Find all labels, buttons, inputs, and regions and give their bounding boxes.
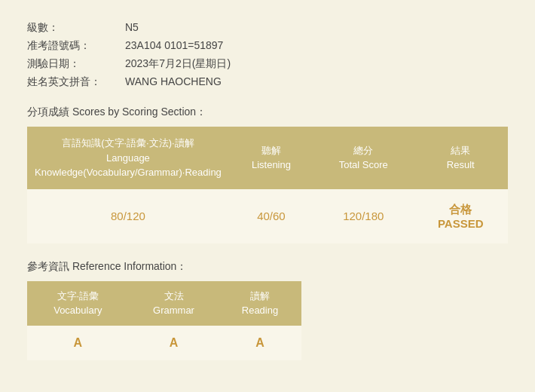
- col4-en: Result: [447, 159, 475, 170]
- scores-header-col2: 聽解 Listening: [229, 127, 313, 189]
- ref-col2-zh: 文法: [164, 290, 184, 302]
- ref-col2-value: A: [129, 326, 219, 360]
- ref-header-col2: 文法 Grammar: [129, 281, 219, 326]
- score-lang: 80/120: [111, 210, 145, 222]
- name-label: 姓名英文拼音：: [27, 75, 125, 89]
- name-value: WANG HAOCHENG: [125, 75, 222, 87]
- level-value: N5: [125, 21, 139, 33]
- col1-zh: 言語知識(文字·語彙·文法)·讀解: [62, 137, 194, 149]
- col4-zh: 結果: [451, 145, 470, 156]
- scores-section-title: 分項成績 Scores by Scoring Section：: [27, 106, 508, 119]
- exam-date-row: 測驗日期： 2023年7月2日(星期日): [27, 57, 508, 71]
- ref-col3-en: Reading: [242, 305, 278, 316]
- result-en: PASSED: [438, 217, 484, 230]
- col3-zh: 總分: [353, 145, 373, 156]
- level-row: 級數： N5: [27, 21, 508, 35]
- scores-header-col1: 言語知識(文字·語彙·文法)·讀解 Language Knowledge(Voc…: [27, 127, 229, 189]
- ref-col3-value: A: [219, 326, 301, 360]
- reference-table: 文字·語彙 Vocabulary 文法 Grammar 讀解 Reading A…: [27, 281, 301, 360]
- ref-col2-en: Grammar: [153, 305, 194, 316]
- info-section: 級數： N5 准考證號碼： 23A104 0101=51897 測驗日期： 20…: [27, 21, 508, 89]
- ref-col3-zh: 讀解: [250, 290, 270, 302]
- exam-no-label: 准考證號碼：: [27, 39, 125, 53]
- scores-col1: 80/120: [27, 189, 229, 243]
- col2-zh: 聽解: [261, 145, 281, 156]
- level-label: 級數：: [27, 21, 125, 35]
- ref-header-row: 文字·語彙 Vocabulary 文法 Grammar 讀解 Reading: [27, 281, 301, 326]
- ref-header-col1: 文字·語彙 Vocabulary: [27, 281, 129, 326]
- scores-header-row: 言語知識(文字·語彙·文法)·讀解 Language Knowledge(Voc…: [27, 127, 508, 189]
- ref-col1-en: Vocabulary: [54, 305, 102, 316]
- scores-col2: 40/60: [229, 189, 313, 243]
- scores-table: 言語知識(文字·語彙·文法)·讀解 Language Knowledge(Voc…: [27, 127, 508, 243]
- score-listening: 40/60: [257, 210, 286, 222]
- reference-section: 參考資訊 Reference Information： 文字·語彙 Vocabu…: [27, 260, 508, 360]
- ref-col1-value: A: [27, 326, 129, 360]
- score-total: 120/180: [343, 210, 384, 222]
- col3-en: Total Score: [339, 159, 388, 170]
- name-row: 姓名英文拼音： WANG HAOCHENG: [27, 75, 508, 89]
- col2-en: Listening: [252, 159, 291, 170]
- scores-header-col4: 結果 Result: [413, 127, 508, 189]
- exam-no-value: 23A104 0101=51897: [125, 39, 223, 51]
- scores-col4: 合格 PASSED: [413, 189, 508, 243]
- ref-header-col3: 讀解 Reading: [219, 281, 301, 326]
- col1-en: Language Knowledge(Vocabulary/Grammar)·R…: [35, 152, 222, 179]
- ref-data-row: A A A: [27, 326, 301, 360]
- scores-col3: 120/180: [313, 189, 413, 243]
- exam-no-row: 准考證號碼： 23A104 0101=51897: [27, 39, 508, 53]
- scores-section: 分項成績 Scores by Scoring Section： 言語知識(文字·…: [27, 106, 508, 243]
- ref-col1-zh: 文字·語彙: [57, 290, 99, 302]
- result-zh: 合格: [449, 203, 472, 216]
- scores-data-row: 80/120 40/60 120/180 合格 PASSED: [27, 189, 508, 243]
- exam-date-value: 2023年7月2日(星期日): [125, 57, 231, 71]
- exam-date-label: 測驗日期：: [27, 57, 125, 71]
- reference-section-title: 參考資訊 Reference Information：: [27, 260, 508, 274]
- scores-header-col3: 總分 Total Score: [313, 127, 413, 189]
